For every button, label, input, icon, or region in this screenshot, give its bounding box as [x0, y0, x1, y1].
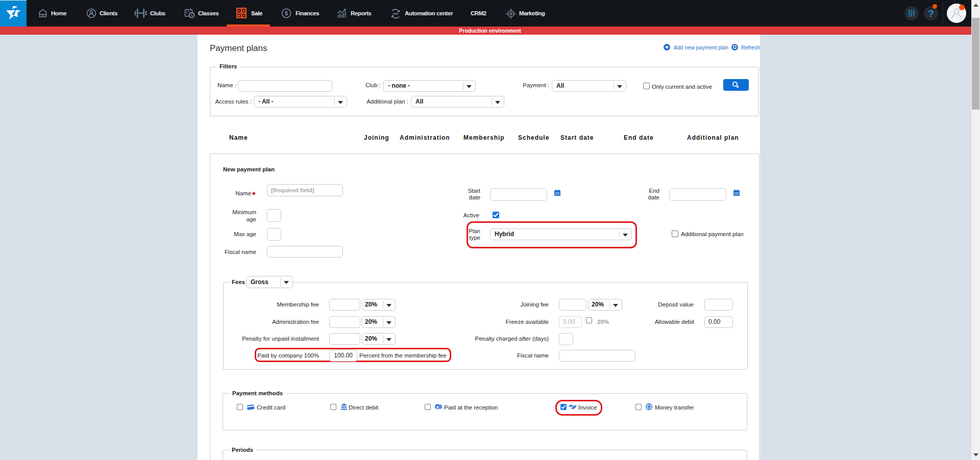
- svg-text:$: $: [436, 405, 439, 410]
- svg-text:$: $: [285, 10, 288, 16]
- svg-text:$: $: [648, 404, 650, 410]
